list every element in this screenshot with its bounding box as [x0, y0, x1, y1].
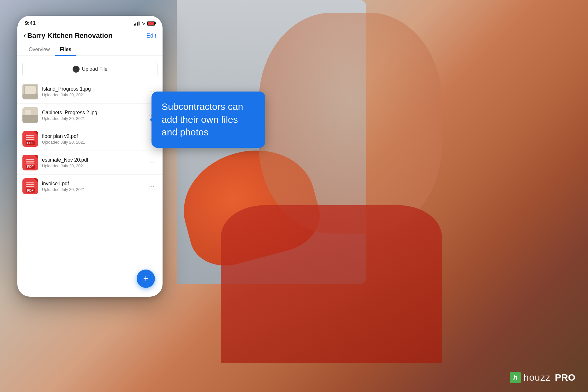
- status-icons: ∿: [134, 21, 155, 26]
- battery-icon: [147, 21, 155, 26]
- file-thumbnail: [22, 84, 38, 99]
- tabs-bar: Overview Files: [17, 44, 163, 56]
- svg-rect-2: [25, 86, 36, 94]
- status-time: 9:41: [25, 20, 36, 27]
- upload-plus-icon: +: [73, 66, 80, 73]
- upload-file-button[interactable]: + Upload File: [22, 61, 157, 77]
- file-date: Uploaded July 20, 2021: [42, 163, 142, 168]
- file-date: Uploaded July 20, 2021: [42, 92, 142, 97]
- bubble-text: Subcontractors can add their own files a…: [162, 101, 243, 137]
- signal-icon: [134, 21, 140, 26]
- file-name: estimate_Nov 20.pdf: [42, 157, 142, 163]
- phone-mockup: 9:41 ∿ ‹ Barry Kitchen Renovation Edit O…: [17, 16, 163, 297]
- back-button[interactable]: ‹: [24, 32, 26, 40]
- list-item[interactable]: Cabinets_Progress 2.jpg Uploaded July 20…: [17, 104, 163, 127]
- file-date: Uploaded July 20, 2021: [42, 187, 142, 192]
- file-name: floor plan v2.pdf: [42, 134, 142, 139]
- wifi-icon: ∿: [141, 21, 145, 26]
- file-thumbnail: PDF: [22, 131, 38, 147]
- fab-add-button[interactable]: +: [137, 270, 155, 288]
- file-date: Uploaded July 20, 2021: [42, 116, 142, 121]
- fab-plus-icon: +: [143, 274, 148, 283]
- file-thumbnail: PDF: [22, 155, 38, 170]
- file-name: Island_Progress 1.jpg: [42, 86, 142, 92]
- list-item[interactable]: PDF floor plan v2.pdf Uploaded July 20, …: [17, 127, 163, 151]
- file-info: Cabinets_Progress 2.jpg Uploaded July 20…: [42, 110, 142, 121]
- file-thumbnail: [22, 107, 38, 123]
- list-item[interactable]: PDF invoice1.pdf Uploaded July 20, 2021 …: [17, 175, 163, 198]
- vest-element: [221, 205, 442, 363]
- file-more-button[interactable]: ···: [146, 158, 157, 167]
- list-item[interactable]: PDF estimate_Nov 20.pdf Uploaded July 20…: [17, 151, 163, 175]
- file-info: invoice1.pdf Uploaded July 20, 2021: [42, 181, 142, 192]
- svg-rect-3: [22, 94, 38, 99]
- edit-button[interactable]: Edit: [146, 33, 156, 39]
- file-info: floor plan v2.pdf Uploaded July 20, 2021: [42, 134, 142, 145]
- houzz-icon: h: [510, 372, 521, 383]
- svg-rect-7: [25, 110, 31, 115]
- houzz-name: houzz: [524, 372, 550, 383]
- file-date: Uploaded July 20, 2021: [42, 140, 142, 145]
- file-list: Island_Progress 1.jpg Uploaded July 20, …: [17, 80, 163, 198]
- file-name: Cabinets_Progress 2.jpg: [42, 110, 142, 116]
- nav-left: ‹ Barry Kitchen Renovation: [24, 32, 113, 40]
- file-more-button[interactable]: ···: [146, 182, 157, 191]
- file-info: Island_Progress 1.jpg Uploaded July 20, …: [42, 86, 142, 97]
- file-info: estimate_Nov 20.pdf Uploaded July 20, 20…: [42, 157, 142, 168]
- nav-header: ‹ Barry Kitchen Renovation Edit: [17, 29, 163, 44]
- tab-overview[interactable]: Overview: [24, 44, 55, 56]
- upload-label: Upload File: [82, 66, 108, 72]
- file-thumbnail: PDF: [22, 178, 38, 194]
- status-bar: 9:41 ∿: [17, 16, 163, 29]
- upload-section: + Upload File: [17, 56, 163, 80]
- face-element: [259, 13, 442, 234]
- file-name: invoice1.pdf: [42, 181, 142, 187]
- speech-bubble: Subcontractors can add their own files a…: [151, 92, 265, 148]
- tab-files[interactable]: Files: [55, 44, 76, 56]
- page-title: Barry Kitchen Renovation: [27, 32, 112, 40]
- list-item[interactable]: Island_Progress 1.jpg Uploaded July 20, …: [17, 80, 163, 104]
- houzz-pro-label: PRO: [555, 372, 575, 383]
- houzz-h-letter: h: [513, 373, 517, 382]
- svg-rect-6: [22, 115, 38, 123]
- houzz-logo: h houzz PRO: [510, 372, 575, 383]
